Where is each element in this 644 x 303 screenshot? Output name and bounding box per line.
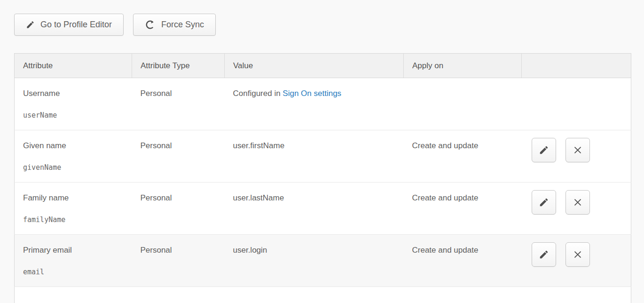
force-sync-button[interactable]: Force Sync: [133, 14, 216, 36]
close-icon: [573, 249, 583, 260]
apply-on-cell: [404, 78, 522, 130]
attribute-label: Family name: [23, 192, 132, 204]
pencil-icon: [539, 249, 549, 260]
sign-on-settings-link[interactable]: Sign On settings: [283, 89, 341, 98]
attribute-type: Personal: [141, 88, 225, 99]
attribute-type-cell: Personal: [132, 130, 225, 183]
table-row: Username userName Personal Configured in…: [15, 78, 631, 130]
table-header: Attribute Attribute Type Value Apply on: [15, 54, 631, 78]
pencil-icon: [539, 145, 549, 155]
attribute-type-cell: Personal: [132, 78, 225, 130]
close-icon: [573, 145, 583, 155]
attribute-cell: Primary email email: [15, 235, 132, 287]
edit-attribute-button[interactable]: [532, 138, 556, 162]
apply-on-value: Create and update: [412, 245, 522, 256]
attribute-type: Personal: [141, 192, 225, 204]
apply-on-value: Create and update: [412, 192, 522, 204]
attribute-type-cell: Personal: [132, 235, 225, 287]
attribute-type: Personal: [141, 245, 225, 256]
close-icon: [573, 197, 583, 207]
value-cell: user.login: [225, 235, 404, 287]
attribute-mappings-page: Go to Profile Editor Force Sync Attribut…: [0, 0, 644, 303]
column-header-actions: [522, 54, 631, 78]
apply-on-value: Create and update: [412, 140, 522, 152]
table-partial-row: [15, 287, 631, 303]
table-row: Primary email email Personal user.login …: [15, 235, 631, 287]
pencil-icon: [26, 20, 35, 29]
column-header-apply-on: Apply on: [404, 54, 522, 78]
value-text: user.login: [233, 246, 267, 255]
column-header-attribute-type: Attribute Type: [132, 54, 225, 78]
row-actions: [522, 78, 631, 130]
attribute-variable-name: familyName: [23, 214, 132, 225]
go-to-profile-editor-label: Go to Profile Editor: [40, 20, 112, 30]
go-to-profile-editor-button[interactable]: Go to Profile Editor: [14, 14, 124, 36]
value-text: user.lastName: [233, 193, 284, 202]
attribute-label: Username: [23, 88, 132, 99]
apply-on-cell: Create and update: [404, 130, 522, 183]
delete-attribute-button[interactable]: [565, 190, 590, 215]
attribute-variable-name: email: [23, 266, 132, 278]
attribute-label: Primary email: [23, 245, 132, 256]
value-text: user.firstName: [233, 141, 285, 150]
edit-attribute-button[interactable]: [532, 190, 556, 215]
delete-attribute-button[interactable]: [565, 138, 590, 162]
refresh-icon: [145, 19, 156, 30]
value-cell: user.firstName: [225, 130, 404, 183]
attribute-cell: Username userName: [15, 78, 132, 130]
table-row: Given name givenName Personal user.first…: [15, 130, 631, 183]
attribute-variable-name: givenName: [23, 162, 132, 173]
row-actions: [522, 183, 631, 235]
attribute-cell: Given name givenName: [15, 130, 132, 183]
value-cell: Configured in Sign On settings: [225, 78, 404, 130]
column-header-attribute: Attribute: [15, 54, 132, 78]
value-cell: user.lastName: [225, 183, 404, 235]
edit-attribute-button[interactable]: [532, 242, 556, 267]
table-body: Username userName Personal Configured in…: [15, 78, 631, 287]
table-row: Family name familyName Personal user.las…: [15, 183, 631, 235]
force-sync-label: Force Sync: [161, 20, 204, 30]
attribute-variable-name: userName: [23, 110, 132, 121]
attribute-label: Given name: [23, 140, 132, 152]
delete-attribute-button[interactable]: [565, 242, 590, 267]
apply-on-cell: Create and update: [404, 235, 522, 287]
attribute-mapping-table: Attribute Attribute Type Value Apply on …: [14, 53, 631, 303]
pencil-icon: [539, 197, 549, 207]
apply-on-cell: Create and update: [404, 183, 522, 235]
row-actions: [522, 130, 631, 183]
attribute-type: Personal: [141, 140, 225, 152]
attribute-type-cell: Personal: [132, 183, 225, 235]
row-actions: [522, 235, 631, 287]
value-text: Configured in: [233, 89, 283, 98]
column-header-value: Value: [225, 54, 404, 78]
attribute-cell: Family name familyName: [15, 183, 132, 235]
toolbar: Go to Profile Editor Force Sync: [0, 0, 644, 36]
